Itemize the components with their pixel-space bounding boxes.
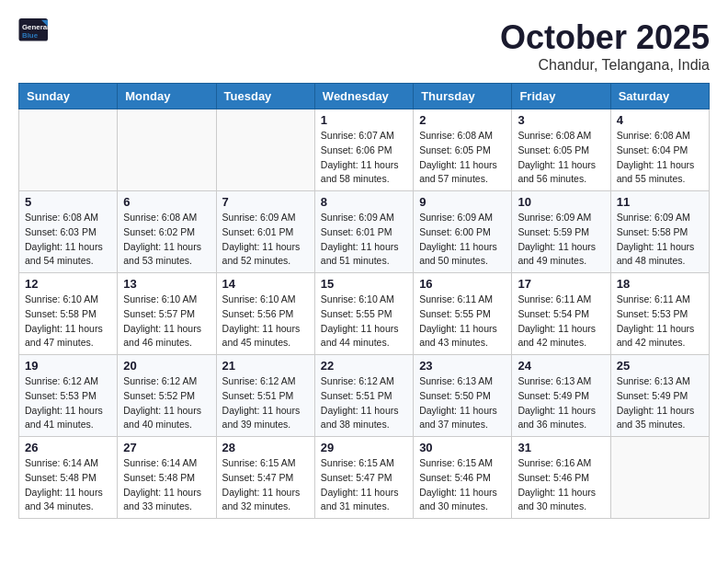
day-number: 3 <box>518 113 604 127</box>
day-number: 26 <box>25 441 111 454</box>
svg-text:General: General <box>22 23 49 31</box>
day-info: Sunrise: 6:15 AMSunset: 5:47 PMDaylight:… <box>321 456 407 514</box>
calendar-cell: 25Sunrise: 6:13 AMSunset: 5:49 PMDayligh… <box>610 355 709 437</box>
calendar-cell: 13Sunrise: 6:10 AMSunset: 5:57 PMDayligh… <box>118 273 216 355</box>
calendar-cell: 28Sunrise: 6:15 AMSunset: 5:47 PMDayligh… <box>216 437 314 519</box>
calendar-cell: 7Sunrise: 6:09 AMSunset: 6:01 PMDaylight… <box>216 191 314 273</box>
weekday-header-friday: Friday <box>512 84 610 109</box>
day-number: 24 <box>518 359 604 373</box>
calendar-table: SundayMondayTuesdayWednesdayThursdayFrid… <box>18 83 710 519</box>
calendar-cell: 8Sunrise: 6:09 AMSunset: 6:01 PMDaylight… <box>314 191 413 273</box>
day-number: 28 <box>222 441 309 454</box>
day-number: 5 <box>25 195 111 209</box>
calendar-cell: 15Sunrise: 6:10 AMSunset: 5:55 PMDayligh… <box>314 273 413 355</box>
day-number: 15 <box>321 277 407 291</box>
day-number: 21 <box>222 359 309 373</box>
day-info: Sunrise: 6:10 AMSunset: 5:55 PMDaylight:… <box>321 293 407 350</box>
day-info: Sunrise: 6:09 AMSunset: 6:01 PMDaylight:… <box>321 211 407 269</box>
calendar-cell: 5Sunrise: 6:08 AMSunset: 6:03 PMDaylight… <box>19 191 118 273</box>
day-number: 6 <box>123 195 210 209</box>
day-info: Sunrise: 6:13 AMSunset: 5:50 PMDaylight:… <box>419 374 506 432</box>
day-number: 9 <box>419 195 506 209</box>
calendar-week-5: 26Sunrise: 6:14 AMSunset: 5:48 PMDayligh… <box>19 437 710 519</box>
day-number: 14 <box>222 277 309 291</box>
day-number: 20 <box>123 359 210 373</box>
calendar-cell: 17Sunrise: 6:11 AMSunset: 5:54 PMDayligh… <box>512 273 610 355</box>
day-number: 11 <box>617 195 703 209</box>
day-info: Sunrise: 6:09 AMSunset: 6:00 PMDaylight:… <box>419 211 506 269</box>
day-number: 7 <box>222 195 309 209</box>
day-info: Sunrise: 6:08 AMSunset: 6:02 PMDaylight:… <box>123 211 210 269</box>
calendar-cell: 29Sunrise: 6:15 AMSunset: 5:47 PMDayligh… <box>314 437 413 519</box>
calendar-week-1: 1Sunrise: 6:07 AMSunset: 6:06 PMDaylight… <box>19 109 710 191</box>
day-info: Sunrise: 6:12 AMSunset: 5:51 PMDaylight:… <box>321 374 407 432</box>
day-number: 1 <box>321 113 407 127</box>
calendar-cell: 21Sunrise: 6:12 AMSunset: 5:51 PMDayligh… <box>216 355 314 437</box>
calendar-cell: 30Sunrise: 6:15 AMSunset: 5:46 PMDayligh… <box>414 437 512 519</box>
day-info: Sunrise: 6:11 AMSunset: 5:54 PMDaylight:… <box>518 293 604 350</box>
calendar-cell: 10Sunrise: 6:09 AMSunset: 5:59 PMDayligh… <box>512 191 610 273</box>
day-number: 31 <box>518 441 604 454</box>
day-info: Sunrise: 6:16 AMSunset: 5:46 PMDaylight:… <box>518 456 604 514</box>
calendar-cell <box>610 437 709 519</box>
day-info: Sunrise: 6:15 AMSunset: 5:46 PMDaylight:… <box>419 456 506 514</box>
page-header: General Blue October 2025 Chandur, Telan… <box>18 18 710 74</box>
calendar-cell: 24Sunrise: 6:13 AMSunset: 5:49 PMDayligh… <box>512 355 610 437</box>
day-info: Sunrise: 6:11 AMSunset: 5:53 PMDaylight:… <box>617 293 703 350</box>
day-info: Sunrise: 6:12 AMSunset: 5:53 PMDaylight:… <box>25 374 111 432</box>
weekday-header-row: SundayMondayTuesdayWednesdayThursdayFrid… <box>19 84 710 109</box>
logo-icon: General Blue <box>18 18 51 44</box>
day-number: 17 <box>518 277 604 291</box>
calendar-cell: 14Sunrise: 6:10 AMSunset: 5:56 PMDayligh… <box>216 273 314 355</box>
day-number: 23 <box>419 359 506 373</box>
weekday-header-thursday: Thursday <box>414 84 512 109</box>
day-number: 29 <box>321 441 407 454</box>
day-info: Sunrise: 6:13 AMSunset: 5:49 PMDaylight:… <box>518 374 604 432</box>
calendar-cell <box>216 109 314 191</box>
day-number: 16 <box>419 277 506 291</box>
calendar-week-3: 12Sunrise: 6:10 AMSunset: 5:58 PMDayligh… <box>19 273 710 355</box>
calendar-cell: 19Sunrise: 6:12 AMSunset: 5:53 PMDayligh… <box>19 355 118 437</box>
calendar-cell: 16Sunrise: 6:11 AMSunset: 5:55 PMDayligh… <box>414 273 512 355</box>
day-number: 2 <box>419 113 506 127</box>
day-number: 22 <box>321 359 407 373</box>
calendar-cell <box>19 109 118 191</box>
day-info: Sunrise: 6:08 AMSunset: 6:03 PMDaylight:… <box>25 211 111 269</box>
calendar-cell: 6Sunrise: 6:08 AMSunset: 6:02 PMDaylight… <box>118 191 216 273</box>
calendar-cell: 1Sunrise: 6:07 AMSunset: 6:06 PMDaylight… <box>314 109 413 191</box>
calendar-cell: 26Sunrise: 6:14 AMSunset: 5:48 PMDayligh… <box>19 437 118 519</box>
title-area: October 2025 Chandur, Telangana, India <box>500 18 710 74</box>
calendar-cell <box>118 109 216 191</box>
day-info: Sunrise: 6:10 AMSunset: 5:58 PMDaylight:… <box>25 293 111 350</box>
day-info: Sunrise: 6:10 AMSunset: 5:57 PMDaylight:… <box>123 293 210 350</box>
day-info: Sunrise: 6:09 AMSunset: 5:58 PMDaylight:… <box>617 211 703 269</box>
day-info: Sunrise: 6:14 AMSunset: 5:48 PMDaylight:… <box>123 456 210 514</box>
weekday-header-sunday: Sunday <box>19 84 118 109</box>
day-info: Sunrise: 6:12 AMSunset: 5:51 PMDaylight:… <box>222 374 309 432</box>
day-info: Sunrise: 6:09 AMSunset: 5:59 PMDaylight:… <box>518 211 604 269</box>
weekday-header-tuesday: Tuesday <box>216 84 314 109</box>
day-number: 18 <box>617 277 703 291</box>
day-number: 27 <box>123 441 210 454</box>
day-info: Sunrise: 6:14 AMSunset: 5:48 PMDaylight:… <box>25 456 111 514</box>
day-info: Sunrise: 6:15 AMSunset: 5:47 PMDaylight:… <box>222 456 309 514</box>
calendar-week-4: 19Sunrise: 6:12 AMSunset: 5:53 PMDayligh… <box>19 355 710 437</box>
calendar-cell: 18Sunrise: 6:11 AMSunset: 5:53 PMDayligh… <box>610 273 709 355</box>
day-number: 25 <box>617 359 703 373</box>
day-number: 4 <box>617 113 703 127</box>
calendar-subtitle: Chandur, Telangana, India <box>500 57 710 74</box>
day-number: 30 <box>419 441 506 454</box>
weekday-header-saturday: Saturday <box>610 84 709 109</box>
weekday-header-monday: Monday <box>118 84 216 109</box>
calendar-cell: 11Sunrise: 6:09 AMSunset: 5:58 PMDayligh… <box>610 191 709 273</box>
calendar-cell: 3Sunrise: 6:08 AMSunset: 6:05 PMDaylight… <box>512 109 610 191</box>
calendar-cell: 23Sunrise: 6:13 AMSunset: 5:50 PMDayligh… <box>414 355 512 437</box>
calendar-cell: 9Sunrise: 6:09 AMSunset: 6:00 PMDaylight… <box>414 191 512 273</box>
day-info: Sunrise: 6:08 AMSunset: 6:04 PMDaylight:… <box>617 129 703 187</box>
svg-text:Blue: Blue <box>22 31 39 40</box>
day-info: Sunrise: 6:08 AMSunset: 6:05 PMDaylight:… <box>518 129 604 187</box>
calendar-week-2: 5Sunrise: 6:08 AMSunset: 6:03 PMDaylight… <box>19 191 710 273</box>
day-info: Sunrise: 6:10 AMSunset: 5:56 PMDaylight:… <box>222 293 309 350</box>
day-info: Sunrise: 6:12 AMSunset: 5:52 PMDaylight:… <box>123 374 210 432</box>
day-info: Sunrise: 6:09 AMSunset: 6:01 PMDaylight:… <box>222 211 309 269</box>
